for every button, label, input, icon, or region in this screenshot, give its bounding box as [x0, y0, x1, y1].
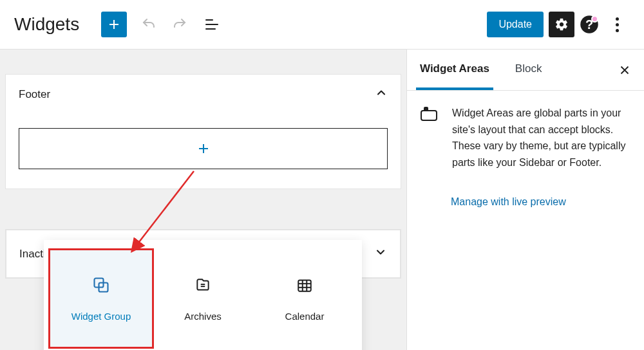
block-inserter-popover: Widget Group Archives Calendar	[44, 240, 362, 350]
tab-label: Block	[515, 62, 542, 75]
svg-rect-17	[424, 107, 428, 111]
block-inserter-item-archives[interactable]: Archives	[152, 250, 254, 347]
block-inserter-item-calendar[interactable]: Calendar	[254, 250, 355, 347]
widget-areas-info-icon	[420, 105, 440, 123]
footer-panel-header[interactable]: Footer	[6, 75, 401, 114]
block-item-label: Calendar	[285, 311, 325, 322]
chevron-up-icon	[375, 86, 388, 102]
help-button[interactable]: ?	[580, 15, 599, 34]
redo-button[interactable]	[167, 12, 193, 37]
kebab-dot-icon	[616, 17, 619, 21]
more-options-button[interactable]	[604, 12, 630, 37]
chevron-down-icon	[374, 246, 387, 262]
block-inserter-scroll[interactable]: Widget Group Archives Calendar	[44, 240, 362, 350]
settings-sidebar: Widget Areas Block Widget Areas are glob…	[406, 50, 644, 350]
top-toolbar: Widgets Update ?	[0, 0, 644, 50]
svg-rect-16	[421, 111, 437, 120]
link-label: Manage with live preview	[451, 196, 566, 207]
block-inserter-item-widget-group[interactable]: Widget Group	[50, 250, 152, 347]
page-title: Widgets	[14, 14, 79, 35]
list-view-icon	[205, 19, 218, 30]
add-block-button[interactable]	[101, 12, 127, 37]
settings-button[interactable]	[549, 12, 574, 37]
inactive-panel-title: Inacti	[19, 248, 46, 261]
layout-icon	[420, 106, 438, 122]
block-inserter-item-latest[interactable]: Latest	[254, 347, 355, 350]
editor-canvas: Footer Inacti	[0, 50, 406, 350]
sidebar-tabs: Widget Areas Block	[407, 50, 644, 91]
block-inserter-item-custom-html[interactable]: HTML Custom HTML	[152, 347, 254, 350]
tab-block[interactable]: Block	[511, 50, 546, 90]
manage-live-preview-link[interactable]: Manage with live preview	[451, 196, 644, 208]
block-appender-button[interactable]	[19, 128, 388, 169]
undo-icon	[141, 17, 156, 32]
footer-panel-title: Footer	[19, 88, 50, 101]
redo-icon	[172, 17, 187, 32]
archives-icon	[194, 276, 211, 294]
tab-label: Widget Areas	[420, 62, 489, 75]
list-view-button[interactable]	[199, 12, 225, 37]
svg-rect-6	[298, 280, 311, 291]
calendar-icon	[296, 276, 313, 294]
undo-button[interactable]	[136, 12, 162, 37]
kebab-dot-icon	[616, 29, 619, 32]
update-button-label: Update	[498, 19, 532, 30]
close-sidebar-button[interactable]	[614, 60, 635, 80]
block-item-label: Widget Group	[71, 311, 131, 322]
plus-icon	[106, 17, 122, 32]
widget-areas-description: Widget Areas are global parts in your si…	[452, 105, 631, 170]
widget-group-icon	[92, 276, 110, 294]
block-inserter-item-categories-list[interactable]: Categories List	[50, 347, 152, 350]
notification-dot-icon	[591, 15, 598, 23]
footer-widget-area-panel: Footer	[5, 74, 401, 189]
block-item-label: Archives	[184, 311, 222, 322]
gear-icon	[554, 17, 569, 32]
close-icon	[618, 63, 632, 77]
kebab-dot-icon	[616, 23, 619, 26]
plus-icon	[196, 141, 211, 156]
update-button[interactable]: Update	[487, 12, 544, 37]
tab-widget-areas[interactable]: Widget Areas	[416, 50, 493, 90]
